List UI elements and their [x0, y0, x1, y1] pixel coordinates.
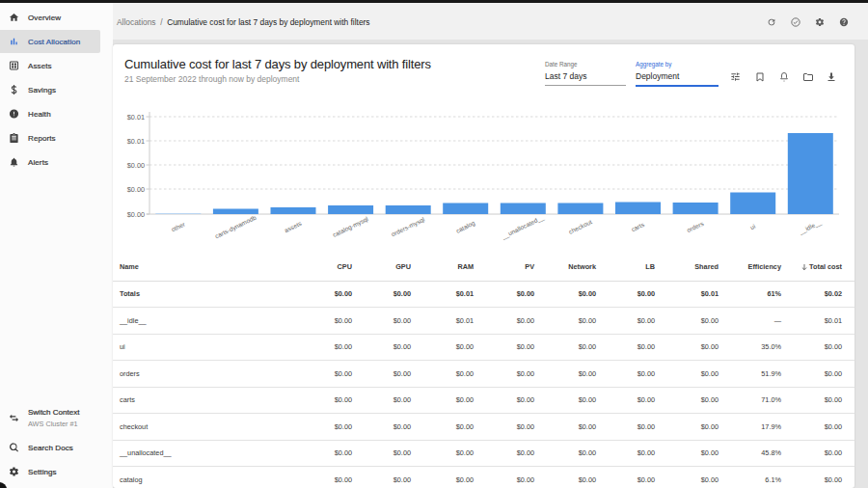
svg-text:carts: carts — [630, 220, 645, 232]
svg-text:__idle__: __idle__ — [798, 218, 824, 236]
svg-text:orders: orders — [686, 220, 705, 234]
svg-text:ui: ui — [749, 223, 757, 231]
svg-text:__unallocated__: __unallocated__ — [500, 213, 546, 241]
svg-text:catalog-mysql: catalog-mysql — [332, 215, 370, 239]
svg-text:$0.01: $0.01 — [127, 137, 145, 146]
svg-text:$0.00: $0.00 — [127, 210, 145, 219]
svg-text:catalog: catalog — [455, 219, 477, 235]
svg-text:$0.00: $0.00 — [127, 185, 145, 194]
svg-text:other: other — [170, 220, 186, 232]
svg-text:carts-dynamodb: carts-dynamodb — [214, 214, 258, 241]
svg-text:assets: assets — [284, 219, 304, 233]
svg-text:orders-mysql: orders-mysql — [390, 215, 426, 238]
svg-text:checkout: checkout — [567, 218, 593, 235]
svg-text:$0.00: $0.00 — [127, 161, 145, 170]
svg-text:$0.01: $0.01 — [127, 113, 145, 122]
